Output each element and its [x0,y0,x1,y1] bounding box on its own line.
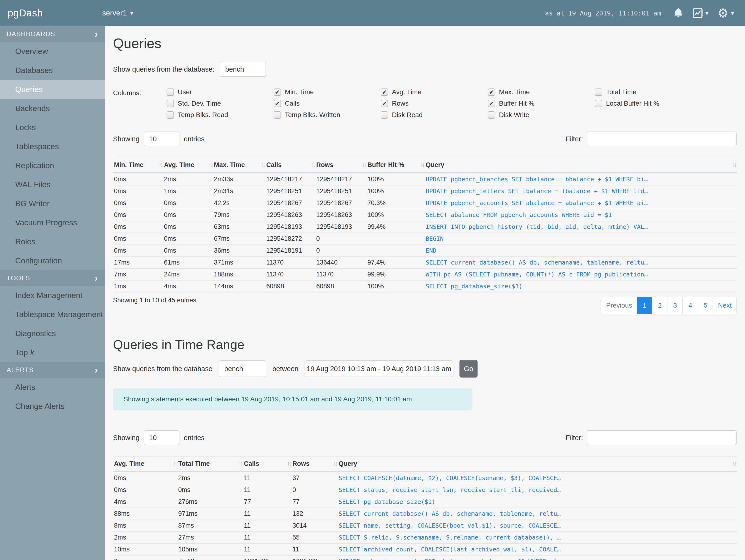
query-link[interactable]: UPDATE pgbench_tellers SET tbalance = tb… [426,188,648,195]
next-page-button[interactable]: Next [713,297,737,314]
query-link[interactable]: SELECT name, setting, COALESCE(boot_val,… [338,522,560,529]
sidebar-item-wal-files[interactable]: WAL Files [0,175,105,194]
query-link[interactable]: UPDATE pgbench_accounts SET abalance = a… [338,558,560,560]
sort-icon[interactable]: ↑↓ [732,161,736,168]
sidebar-item-replication[interactable]: Replication [0,156,105,175]
query-link[interactable]: SELECT current_database() AS db, scheman… [426,259,648,266]
sidebar-item-configuration[interactable]: Configuration [0,251,105,270]
filter-input[interactable] [587,132,737,146]
sidebar-section-alerts[interactable]: ALERTS› [0,362,105,378]
chart-icon[interactable]: ▾ [692,8,708,18]
page-button-4[interactable]: 4 [682,297,698,314]
database-input[interactable] [219,360,266,377]
column-toggle-user[interactable]: User [167,88,273,96]
column-header-avg-time[interactable]: Avg. Time↑↓ [163,158,213,173]
column-toggle-std-dev-time[interactable]: Std. Dev. Time [167,100,273,107]
sidebar-item-queries[interactable]: Queries [0,80,105,99]
sort-icon[interactable]: ↑↓ [173,460,176,467]
column-header-avg-time[interactable]: Avg. Time↑↓ [113,457,177,472]
page-button-3[interactable]: 3 [667,297,682,314]
sidebar-item-databases[interactable]: Databases [0,61,105,80]
column-toggle-avg-time[interactable]: ✔Avg. Time [381,88,488,96]
sort-icon[interactable]: ↑↓ [208,161,212,168]
column-header-rows[interactable]: Rows↑↓ [315,158,366,173]
checkbox-icon[interactable] [167,111,174,119]
brand-logo[interactable]: pgDash [8,7,43,19]
sort-icon[interactable]: ↑↓ [333,460,337,467]
sidebar-section-dashboards[interactable]: DASHBOARDS› [0,26,105,42]
database-input[interactable] [220,62,266,77]
sidebar-item-alerts[interactable]: Alerts [0,378,105,397]
page-button-5[interactable]: 5 [698,297,713,314]
sidebar-item-vacuum-progress[interactable]: Vacuum Progress [0,213,105,232]
checkbox-icon[interactable] [273,111,281,119]
sort-icon[interactable]: ↑↓ [159,161,162,168]
query-link[interactable]: SELECT pg_database_size($1) [338,498,435,505]
checkbox-icon[interactable]: ✔ [381,100,388,107]
checkbox-icon[interactable] [381,111,388,119]
sidebar-item-bg-writer[interactable]: BG Writer [0,194,105,213]
column-toggle-temp-blks-written[interactable]: Temp Blks. Written [273,111,381,119]
column-toggle-local-buffer-hit[interactable]: Local Buffer Hit % [595,100,702,107]
column-header-calls[interactable]: Calls↑↓ [243,457,291,472]
query-link[interactable]: UPDATE pgbench_accounts SET abalance = a… [426,200,648,206]
query-link[interactable]: SELECT archived_count, COALESCE(last_arc… [338,546,560,553]
sidebar-item-locks[interactable]: Locks [0,118,105,137]
column-toggle-buffer-hit[interactable]: ✔Buffer Hit % [488,100,595,107]
gear-icon[interactable]: ⚙ ▾ [717,7,734,19]
query-link[interactable]: SELECT COALESCE(datname, $2), COALESCE(u… [338,474,560,482]
column-toggle-total-time[interactable]: Total Time [595,88,702,96]
sort-icon[interactable]: ↑↓ [238,460,242,467]
column-toggle-temp-blks-read[interactable]: Temp Blks. Read [167,111,273,119]
column-header-max-time[interactable]: Max. Time↑↓ [213,158,265,173]
checkbox-icon[interactable]: ✔ [488,89,495,96]
sort-icon[interactable]: ↑↓ [287,460,291,467]
date-range-input[interactable] [304,360,453,377]
query-link[interactable]: SELECT current_database() AS db, scheman… [338,510,560,517]
column-header-min-time[interactable]: Min. Time↑↓ [113,158,163,173]
column-header-buffer-hit[interactable]: Buffer Hit %↑↓ [366,158,425,173]
query-link[interactable]: SELECT abalance FROM pgbench_accounts WH… [426,211,612,219]
bell-icon[interactable] [673,8,683,19]
sidebar-item-tablespace-management[interactable]: Tablespace Management [0,305,105,324]
query-link[interactable]: UPDATE pgbench_branches SET bbalance = b… [426,176,648,183]
sidebar-item-top-k[interactable]: Topk [0,343,105,362]
sidebar-item-diagnostics[interactable]: Diagnostics [0,324,105,343]
sidebar-section-tools[interactable]: TOOLS› [0,270,105,286]
filter-input[interactable] [587,430,737,445]
previous-page-button[interactable]: Previous [601,297,637,314]
sidebar-item-backends[interactable]: Backends [0,99,105,118]
query-link[interactable]: INSERT INTO pgbench_history (tid, bid, a… [426,223,648,230]
sidebar-item-tablespaces[interactable]: Tablespaces [0,137,105,156]
column-toggle-max-time[interactable]: ✔Max. Time [488,88,595,96]
checkbox-icon[interactable] [488,111,495,119]
column-toggle-rows[interactable]: ✔Rows [381,100,488,107]
query-link[interactable]: SELECT status, receive_start_lsn, receiv… [338,487,560,493]
page-button-1[interactable]: 1 [637,297,652,314]
entries-count-input[interactable] [144,132,180,146]
sort-icon[interactable]: ↑↓ [261,161,264,168]
sidebar-item-overview[interactable]: Overview [0,42,105,61]
column-header-rows[interactable]: Rows↑↓ [291,457,338,472]
entries-count-input[interactable] [144,430,180,445]
checkbox-icon[interactable] [167,100,174,107]
column-toggle-min-time[interactable]: ✔Min. Time [273,88,381,96]
query-link[interactable]: BEGIN [426,235,444,242]
column-header-query[interactable]: Query↑↓ [338,457,737,472]
sidebar-item-change-alerts[interactable]: Change Alerts [0,397,105,416]
column-toggle-calls[interactable]: ✔Calls [273,100,381,107]
checkbox-icon[interactable] [167,89,174,96]
sort-icon[interactable]: ↑↓ [732,460,736,467]
column-header-calls[interactable]: Calls↑↓ [265,158,315,173]
checkbox-icon[interactable]: ✔ [488,100,495,107]
checkbox-icon[interactable] [595,89,602,96]
column-toggle-disk-read[interactable]: Disk Read [381,111,488,119]
sidebar-item-index-management[interactable]: Index Management [0,286,105,305]
column-toggle-disk-write[interactable]: Disk Write [488,111,595,119]
checkbox-icon[interactable] [595,100,602,107]
column-header-query[interactable]: Query↑↓ [425,158,737,173]
query-link[interactable]: WITH pc AS (SELECT pubname, COUNT(*) AS … [426,271,648,278]
query-link[interactable]: END [426,247,436,254]
go-button[interactable]: Go [459,360,478,377]
sort-icon[interactable]: ↑↓ [311,161,314,168]
